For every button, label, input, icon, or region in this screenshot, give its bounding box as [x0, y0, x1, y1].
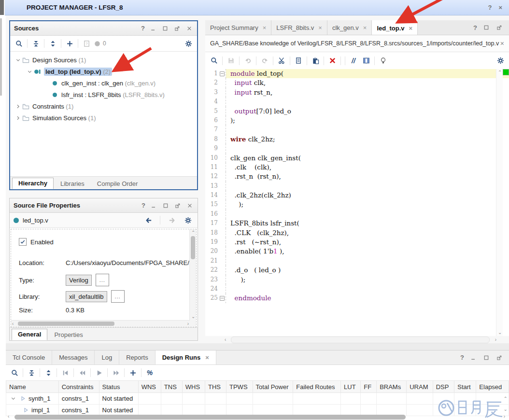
scroll-up-icon[interactable]: ⌃: [498, 70, 502, 75]
save-button[interactable]: [225, 55, 237, 67]
code-line-2[interactable]: 2 input clk,: [205, 78, 509, 87]
settings-button[interactable]: [495, 55, 506, 67]
float-icon[interactable]: [495, 354, 503, 362]
redo-button[interactable]: [259, 55, 270, 67]
tab-close-icon[interactable]: ×: [409, 25, 413, 32]
code-line-11[interactable]: 11 .clk (clk),: [205, 163, 509, 172]
path-close-icon[interactable]: ×: [500, 40, 504, 47]
paste-button[interactable]: [310, 55, 321, 67]
column-header-whs[interactable]: WHS: [182, 381, 205, 393]
column-header-tns[interactable]: TNS: [161, 381, 182, 393]
float-icon[interactable]: [173, 25, 181, 32]
tab-design-runs[interactable]: Design Runs×: [156, 350, 216, 364]
code-line-16[interactable]: 16: [205, 210, 509, 219]
field-value-box[interactable]: xil_defaultlib: [66, 291, 107, 302]
rewind-button[interactable]: [76, 367, 88, 378]
browse-button[interactable]: ...: [111, 290, 125, 303]
scroll-down-icon[interactable]: ⌄: [498, 330, 502, 335]
code-line-12[interactable]: 12 .rst_n (rst_n),: [205, 172, 509, 181]
column-header-ff[interactable]: FF: [361, 381, 377, 393]
browse-button[interactable]: ...: [96, 274, 109, 286]
field-value-box[interactable]: Verilog: [66, 275, 92, 286]
expand-collapse-icon[interactable]: [14, 102, 22, 110]
code-line-9[interactable]: 9: [205, 144, 509, 153]
scroll-right-icon[interactable]: ›: [495, 337, 496, 342]
help-icon[interactable]: ?: [141, 202, 145, 209]
properties-vertical-scrollbar[interactable]: ⌃⌄: [189, 229, 196, 327]
column-header-total-power[interactable]: Total Power: [253, 381, 293, 393]
tab-messages[interactable]: Messages: [52, 350, 95, 364]
help-icon[interactable]: ?: [473, 24, 477, 31]
maximize-icon[interactable]: [162, 202, 170, 210]
close-icon[interactable]: [185, 25, 193, 32]
tree-item-clk_gen_inst[interactable]: clk_gen_inst : clk_gen (clk_gen.v): [10, 77, 197, 89]
code-line-25[interactable]: 25 endmodule: [205, 294, 509, 303]
tab-general[interactable]: General: [12, 329, 47, 340]
code-line-20[interactable]: 20 .enable( 1'b1 ),: [205, 247, 509, 256]
code-line-17[interactable]: 17LSFR_8bits lsfr_inst(: [205, 219, 509, 228]
tree-item-led_top[interactable]: led_top (led_top.v) (2): [10, 66, 197, 77]
code-line-3[interactable]: 3 input rst_n,: [205, 88, 509, 97]
code-line-15[interactable]: 15 );: [205, 200, 509, 209]
tab-log[interactable]: Log: [95, 350, 119, 364]
find-button[interactable]: [208, 55, 220, 67]
fold-marker-icon[interactable]: [219, 294, 226, 303]
column-header-dsp[interactable]: DSP: [433, 381, 454, 393]
minimize-icon[interactable]: [150, 202, 157, 210]
column-header-lut[interactable]: LUT: [341, 381, 361, 393]
settings-button[interactable]: [182, 214, 194, 226]
tab-close-icon[interactable]: ×: [263, 24, 267, 31]
maximize-icon[interactable]: [482, 354, 490, 362]
column-header-ths[interactable]: THS: [205, 381, 226, 393]
fold-marker-icon[interactable]: [219, 69, 226, 78]
columns-button[interactable]: [360, 55, 372, 67]
properties-horizontal-scrollbar[interactable]: ‹›: [11, 320, 190, 327]
maximize-icon[interactable]: [482, 24, 490, 31]
column-header-brams[interactable]: BRAMs: [377, 381, 407, 393]
column-header-wns[interactable]: WNS: [138, 381, 161, 393]
tree-item-simulation[interactable]: Simulation Sources (1): [10, 112, 197, 124]
tab-close-icon[interactable]: ×: [363, 24, 367, 31]
code-line-21[interactable]: 21: [205, 256, 509, 266]
code-line-7[interactable]: 7: [205, 125, 509, 134]
percent-button[interactable]: %: [144, 367, 156, 378]
tab-project-summary[interactable]: Project Summary×: [205, 20, 271, 35]
add-button[interactable]: [127, 367, 139, 378]
code-line-24[interactable]: 24: [205, 284, 509, 294]
editor-horizontal-scrollbar[interactable]: [231, 336, 490, 343]
close-icon[interactable]: [186, 202, 194, 210]
code-line-1[interactable]: 1module led_top(: [205, 69, 509, 78]
expand-all-button[interactable]: [47, 38, 58, 49]
code-line-14[interactable]: 14 .clk_2hz(clk_2hz): [205, 191, 509, 200]
code-line-13[interactable]: 13: [205, 182, 509, 191]
tab-properties[interactable]: Properties: [48, 330, 88, 340]
code-line-22[interactable]: 22 .d_o ( led_o ): [205, 266, 509, 275]
code-line-4[interactable]: 4: [205, 97, 509, 106]
close-icon[interactable]: ×: [498, 4, 502, 11]
expand-collapse-icon[interactable]: [26, 68, 33, 75]
help-doc-button[interactable]: ?: [81, 38, 92, 49]
tree-item-design[interactable]: Design Sources (1): [10, 54, 197, 66]
minimize-icon[interactable]: [149, 25, 157, 32]
toggle-comment-button[interactable]: //: [348, 55, 359, 67]
tree-item-constraints[interactable]: Constraints (1): [10, 100, 197, 112]
code-line-19[interactable]: 19 .rst (~rst_n),: [205, 238, 509, 247]
editor-vertical-scrollbar[interactable]: ⌃ ⌄: [496, 69, 503, 336]
code-line-10[interactable]: 10clk_gen clk_gen_inst(: [205, 154, 509, 163]
float-icon[interactable]: [174, 202, 182, 210]
expand-collapse-icon[interactable]: [14, 114, 22, 122]
copy-button[interactable]: [293, 55, 304, 67]
undo-button[interactable]: [242, 55, 254, 67]
tab-lsfr-8bits-v[interactable]: LSFR_8bits.v×: [271, 20, 327, 35]
delete-button[interactable]: [326, 55, 338, 67]
float-icon[interactable]: [495, 24, 503, 31]
collapse-all-button[interactable]: [26, 367, 37, 378]
collapse-all-button[interactable]: [30, 38, 42, 49]
expand-collapse-icon[interactable]: [14, 56, 22, 64]
tab-close-icon[interactable]: ×: [318, 24, 322, 31]
tab-compile-order[interactable]: Compile Order: [91, 179, 144, 189]
scroll-left-icon[interactable]: ‹: [225, 337, 226, 342]
tab-tcl-console[interactable]: Tcl Console: [6, 350, 52, 364]
messages-badge[interactable]: 0: [93, 38, 106, 49]
tab-clk-gen-v[interactable]: clk_gen.v×: [327, 20, 372, 35]
